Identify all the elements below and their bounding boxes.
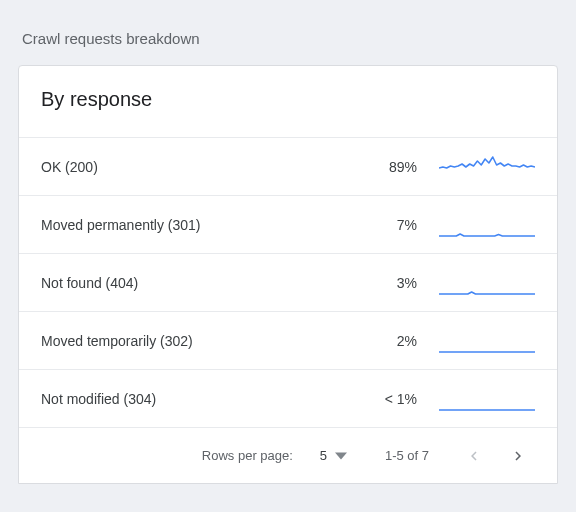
table-row[interactable]: Moved permanently (301) 7% [19,195,557,253]
chevron-left-icon [465,447,483,465]
table-row[interactable]: OK (200) 89% [19,137,557,195]
row-label: OK (200) [41,159,359,175]
chevron-right-icon [509,447,527,465]
section-title: Crawl requests breakdown [22,30,558,47]
row-label: Moved temporarily (302) [41,333,359,349]
rows-per-page-value: 5 [313,448,327,463]
rows-per-page-select[interactable]: 5 [307,444,353,467]
row-value: 3% [359,275,417,291]
next-page-button[interactable] [501,439,535,473]
table-pager: Rows per page: 5 1-5 of 7 [19,427,557,483]
table-row[interactable]: Moved temporarily (302) 2% [19,311,557,369]
row-sparkline [439,154,535,180]
table-row[interactable]: Not modified (304) < 1% [19,369,557,427]
by-response-card: By response OK (200) 89% Moved permanent… [18,65,558,484]
row-value: 89% [359,159,417,175]
row-sparkline [439,386,535,412]
row-label: Not modified (304) [41,391,359,407]
row-sparkline [439,270,535,296]
card-title: By response [19,66,557,137]
row-value: 7% [359,217,417,233]
prev-page-button[interactable] [457,439,491,473]
row-label: Moved permanently (301) [41,217,359,233]
table-row[interactable]: Not found (404) 3% [19,253,557,311]
row-value: < 1% [359,391,417,407]
row-label: Not found (404) [41,275,359,291]
rows-per-page-label: Rows per page: [202,448,293,463]
pager-range: 1-5 of 7 [385,448,429,463]
row-value: 2% [359,333,417,349]
chevron-down-icon [335,452,347,460]
row-sparkline [439,328,535,354]
row-sparkline [439,212,535,238]
